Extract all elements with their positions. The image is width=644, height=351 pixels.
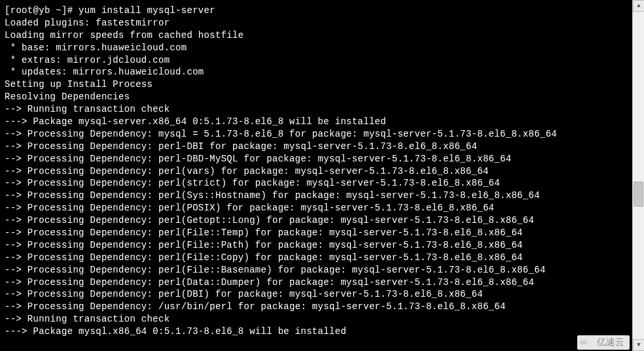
terminal-line: ---> Package mysql-server.x86_64 0:5.1.7… [5,116,628,128]
terminal-line: --> Processing Dependency: perl(POSIX) f… [5,202,628,214]
terminal-line: --> Processing Dependency: perl(vars) fo… [5,165,628,178]
terminal-line: --> Processing Dependency: perl(File::Te… [5,227,628,239]
scroll-thumb[interactable] [634,182,643,207]
terminal-line: --> Processing Dependency: perl(File::Pa… [5,239,628,252]
chevron-up-icon: ▲ [637,3,640,9]
terminal-line: Loaded plugins: fastestmirror [5,17,628,29]
terminal-line: * extras: mirror.jdcloud.com [5,54,628,67]
terminal-line: --> Processing Dependency: perl(File::Ba… [5,264,628,276]
terminal-line: --> Running transaction check [5,313,628,326]
terminal-line: --> Running transaction check [5,103,628,116]
scroll-down-button[interactable]: ▼ [633,339,644,351]
terminal-line: Resolving Dependencies [5,91,628,103]
vertical-scrollbar[interactable]: ▲ ▼ [632,0,644,351]
terminal-line: ---> Package mysql.x86_64 0:5.1.73-8.el6… [5,326,628,338]
terminal-line: * base: mirrors.huaweicloud.com [5,42,628,54]
terminal-line: --> Processing Dependency: perl(File::Co… [5,252,628,264]
terminal-line: --> Processing Dependency: perl(Getopt::… [5,214,628,227]
terminal-line: --> Processing Dependency: perl(strict) … [5,177,628,190]
terminal-line: Loading mirror speeds from cached hostfi… [5,29,628,42]
terminal-line: --> Processing Dependency: perl(Data::Du… [5,276,628,289]
scroll-track[interactable] [633,12,644,339]
terminal-line: --> Processing Dependency: /usr/bin/perl… [5,301,628,313]
terminal-line: Setting up Install Process [5,78,628,91]
terminal-line: * updates: mirrors.huaweicloud.com [5,66,628,78]
terminal-line: --> Processing Dependency: perl-DBI for … [5,141,628,153]
terminal-line: --> Processing Dependency: perl(DBI) for… [5,288,628,301]
terminal-output[interactable]: [root@yb ~]# yum install mysql-server Lo… [0,0,632,351]
cloud-icon: ∞ [580,337,586,347]
watermark-text: 亿速云 [597,337,624,347]
terminal-line: [root@yb ~]# yum install mysql-server [5,5,628,17]
scroll-up-button[interactable]: ▲ [633,0,644,12]
terminal-line: --> Processing Dependency: perl(Sys::Hos… [5,190,628,202]
watermark-badge: ∞ 亿速云 [577,335,630,350]
terminal-line: --> Processing Dependency: perl-DBD-MySQ… [5,153,628,165]
chevron-down-icon: ▼ [637,342,640,348]
terminal-line: --> Processing Dependency: mysql = 5.1.7… [5,128,628,141]
